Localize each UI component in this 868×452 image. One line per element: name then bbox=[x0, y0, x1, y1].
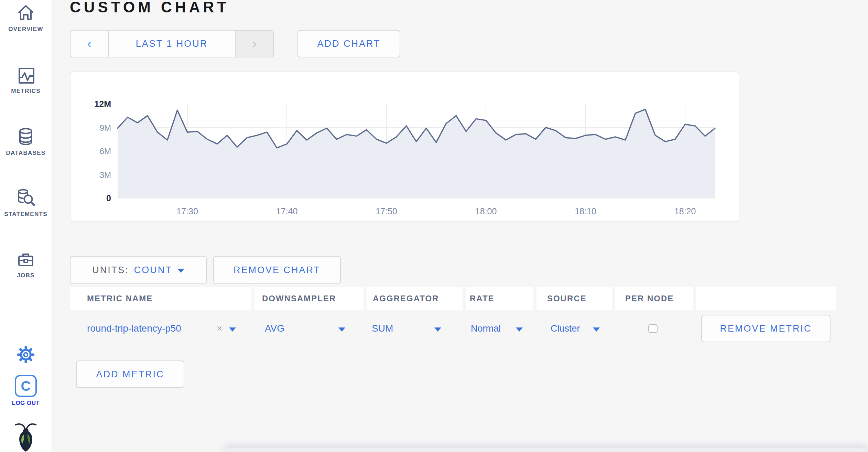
logout-button[interactable]: C LOG OUT bbox=[0, 375, 52, 407]
column-header-rate: RATE bbox=[466, 287, 533, 310]
column-header-aggregator: AGGREGATOR bbox=[367, 287, 463, 310]
caret-down-icon bbox=[177, 269, 184, 273]
column-header-actions bbox=[696, 287, 836, 310]
home-icon bbox=[16, 3, 35, 23]
sidebar-item-label: JOBS bbox=[17, 272, 35, 279]
sidebar-item-jobs[interactable]: JOBS bbox=[0, 250, 52, 279]
sidebar-item-databases[interactable]: DATABASES bbox=[0, 127, 52, 157]
scroll-edge-shadow bbox=[224, 448, 868, 452]
logout-label: LOG OUT bbox=[12, 400, 40, 407]
metric-name-link[interactable]: round-trip-latency-p50 bbox=[87, 323, 181, 334]
svg-text:17:50: 17:50 bbox=[376, 206, 397, 216]
column-header-metric-name: METRIC NAME bbox=[70, 287, 251, 310]
statements-icon bbox=[16, 188, 36, 208]
downsampler-value[interactable]: AVG bbox=[265, 323, 284, 334]
svg-text:0: 0 bbox=[106, 193, 111, 203]
databases-icon bbox=[16, 127, 35, 147]
sidebar-item-label: STATEMENTS bbox=[4, 211, 47, 218]
caret-down-icon[interactable] bbox=[229, 327, 236, 332]
logo-letter: C bbox=[21, 378, 31, 394]
jobs-icon bbox=[16, 250, 35, 269]
caret-down-icon[interactable] bbox=[338, 327, 345, 332]
sidebar-item-label: OVERVIEW bbox=[8, 26, 43, 33]
clear-metric-icon[interactable]: × bbox=[217, 323, 222, 334]
time-range-next-button[interactable]: › bbox=[235, 31, 273, 57]
metrics-table-header: METRIC NAME DOWNSAMPLER AGGREGATOR RATE … bbox=[70, 287, 840, 310]
cockroach-c-logo: C bbox=[15, 375, 37, 397]
add-metric-button[interactable]: ADD METRIC bbox=[76, 360, 184, 388]
sidebar: OVERVIEW METRICS DATABASES bbox=[0, 0, 52, 452]
page-title: CUSTOM CHART bbox=[70, 0, 229, 16]
aggregator-value[interactable]: SUM bbox=[372, 323, 393, 334]
remove-metric-button[interactable]: REMOVE METRIC bbox=[701, 315, 831, 342]
svg-text:9M: 9M bbox=[100, 123, 111, 132]
metric-row: round-trip-latency-p50 × AVG SUM Normal … bbox=[70, 310, 840, 347]
svg-text:17:40: 17:40 bbox=[276, 206, 298, 216]
caret-down-icon[interactable] bbox=[593, 327, 600, 332]
source-value[interactable]: Cluster bbox=[551, 323, 580, 334]
units-label: UNITS: bbox=[92, 265, 129, 276]
cockroachdb-brand-icon[interactable] bbox=[0, 422, 52, 452]
column-header-source: SOURCE bbox=[536, 287, 612, 310]
sidebar-item-statements[interactable]: STATEMENTS bbox=[0, 188, 52, 218]
svg-text:18:00: 18:00 bbox=[475, 206, 497, 216]
settings-button[interactable] bbox=[0, 346, 52, 364]
per-node-checkbox[interactable] bbox=[648, 324, 658, 333]
chevron-right-icon: › bbox=[252, 36, 257, 51]
rate-value[interactable]: Normal bbox=[471, 323, 501, 334]
units-dropdown[interactable]: UNITS: COUNT bbox=[70, 256, 207, 284]
sidebar-item-label: METRICS bbox=[11, 88, 41, 95]
sidebar-item-overview[interactable]: OVERVIEW bbox=[0, 3, 52, 33]
svg-text:18:20: 18:20 bbox=[674, 206, 696, 216]
time-range-selector: ‹ LAST 1 HOUR › bbox=[70, 30, 274, 57]
add-chart-button[interactable]: ADD CHART bbox=[297, 30, 400, 57]
gear-icon bbox=[17, 346, 35, 364]
units-value: COUNT bbox=[134, 265, 172, 276]
custom-chart-canvas[interactable]: 03M6M9M12M17:3017:4017:5018:0018:1018:20 bbox=[70, 72, 739, 221]
remove-chart-button[interactable]: REMOVE CHART bbox=[213, 256, 341, 284]
chevron-left-icon: ‹ bbox=[87, 36, 91, 51]
sidebar-item-metrics[interactable]: METRICS bbox=[0, 65, 52, 95]
svg-text:12M: 12M bbox=[94, 99, 111, 109]
chart-card: 03M6M9M12M17:3017:4017:5018:0018:1018:20 bbox=[70, 72, 739, 222]
svg-text:18:10: 18:10 bbox=[575, 206, 596, 216]
svg-text:17:30: 17:30 bbox=[176, 206, 198, 216]
time-range-label[interactable]: LAST 1 HOUR bbox=[109, 31, 235, 57]
svg-text:6M: 6M bbox=[100, 147, 111, 156]
caret-down-icon[interactable] bbox=[516, 327, 523, 332]
svg-text:3M: 3M bbox=[100, 170, 111, 180]
time-range-prev-button[interactable]: ‹ bbox=[70, 31, 109, 57]
caret-down-icon[interactable] bbox=[434, 327, 441, 332]
column-header-per-node: PER NODE bbox=[615, 287, 693, 310]
metrics-icon bbox=[16, 65, 35, 85]
sidebar-item-label: DATABASES bbox=[6, 150, 46, 157]
column-header-downsampler: DOWNSAMPLER bbox=[254, 287, 364, 310]
